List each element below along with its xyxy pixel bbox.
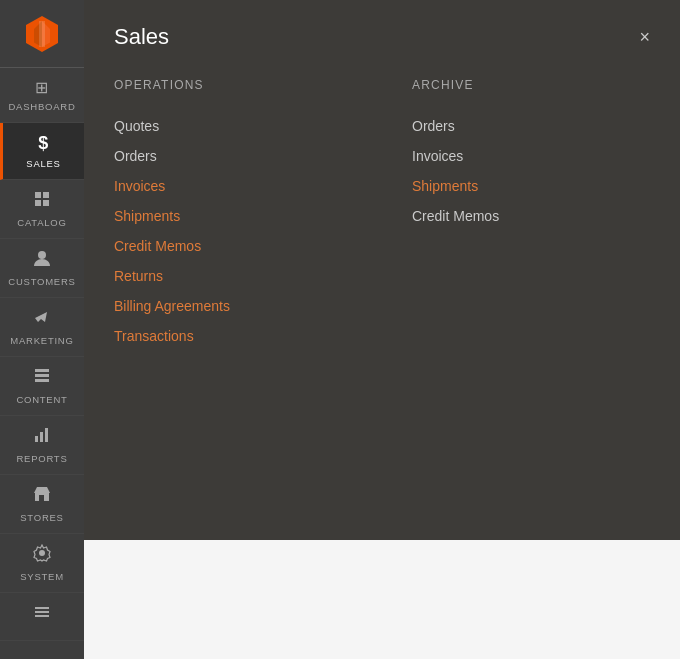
more-icon: [33, 603, 51, 626]
svg-point-17: [39, 550, 45, 556]
svg-rect-3: [39, 21, 45, 47]
sidebar-item-label: CONTENT: [16, 394, 67, 405]
operations-column: Operations Quotes Orders Invoices Shipme…: [114, 78, 352, 352]
sidebar-item-system[interactable]: SYSTEM: [0, 534, 84, 593]
reports-icon: [33, 426, 51, 449]
svg-rect-9: [35, 369, 49, 372]
sidebar-item-sales[interactable]: $ SALES: [0, 123, 84, 180]
modal-body: Operations Quotes Orders Invoices Shipme…: [114, 78, 650, 352]
sidebar-item-customers[interactable]: CUSTOMERS: [0, 239, 84, 298]
menu-item-arch-invoices[interactable]: Invoices: [412, 142, 650, 170]
main-content: b is runn Most Vi any record Sales × Ope…: [84, 0, 680, 659]
sidebar-item-label: SYSTEM: [20, 571, 64, 582]
sidebar-item-catalog[interactable]: CATALOG: [0, 180, 84, 239]
modal-title: Sales: [114, 24, 169, 50]
system-icon: [33, 544, 51, 567]
menu-item-arch-shipments[interactable]: Shipments: [412, 172, 650, 200]
sidebar-logo[interactable]: [0, 0, 84, 68]
customers-icon: [33, 249, 51, 272]
svg-rect-6: [35, 200, 41, 206]
sidebar-item-stores[interactable]: STORES: [0, 475, 84, 534]
menu-item-returns[interactable]: Returns: [114, 262, 352, 290]
sales-modal: Sales × Operations Quotes Orders Invoice…: [84, 0, 680, 540]
sales-icon: $: [38, 133, 49, 154]
modal-header: Sales ×: [114, 24, 650, 50]
menu-item-shipments[interactable]: Shipments: [114, 202, 352, 230]
menu-item-orders[interactable]: Orders: [114, 142, 352, 170]
sidebar-item-label: SALES: [26, 158, 60, 169]
svg-rect-14: [45, 428, 48, 442]
catalog-icon: [33, 190, 51, 213]
sidebar-item-label: CATALOG: [17, 217, 66, 228]
sidebar-item-reports[interactable]: REPORTS: [0, 416, 84, 475]
svg-rect-12: [35, 436, 38, 442]
svg-rect-5: [43, 192, 49, 198]
menu-item-credit-memos[interactable]: Credit Memos: [114, 232, 352, 260]
sidebar-item-dashboard[interactable]: ⊞ DASHBOARD: [0, 68, 84, 123]
magento-logo-icon: [22, 14, 62, 54]
menu-item-billing-agreements[interactable]: Billing Agreements: [114, 292, 352, 320]
menu-item-arch-orders[interactable]: Orders: [412, 112, 650, 140]
sidebar: ⊞ DASHBOARD $ SALES CATALOG CUSTOMERS: [0, 0, 84, 659]
sidebar-item-label: CUSTOMERS: [8, 276, 75, 287]
svg-point-8: [38, 251, 46, 259]
menu-item-transactions[interactable]: Transactions: [114, 322, 352, 350]
menu-item-arch-credit-memos[interactable]: Credit Memos: [412, 202, 650, 230]
modal-close-button[interactable]: ×: [639, 28, 650, 46]
sidebar-item-content[interactable]: CONTENT: [0, 357, 84, 416]
svg-rect-10: [35, 374, 49, 377]
sidebar-item-label: DASHBOARD: [8, 101, 75, 112]
operations-heading: Operations: [114, 78, 352, 92]
content-icon: [33, 367, 51, 390]
sidebar-item-more[interactable]: [0, 593, 84, 641]
svg-rect-20: [35, 615, 49, 617]
sidebar-item-label: STORES: [20, 512, 63, 523]
sidebar-item-marketing[interactable]: MARKETING: [0, 298, 84, 357]
stores-icon: [33, 485, 51, 508]
archive-column: Archive Orders Invoices Shipments Credit…: [412, 78, 650, 352]
sidebar-item-label: MARKETING: [10, 335, 73, 346]
svg-rect-16: [39, 495, 44, 501]
svg-rect-4: [35, 192, 41, 198]
svg-rect-11: [35, 379, 49, 382]
svg-rect-13: [40, 432, 43, 442]
marketing-icon: [33, 308, 51, 331]
menu-item-quotes[interactable]: Quotes: [114, 112, 352, 140]
dashboard-icon: ⊞: [35, 78, 49, 97]
svg-rect-7: [43, 200, 49, 206]
sidebar-item-label: REPORTS: [16, 453, 67, 464]
menu-item-invoices[interactable]: Invoices: [114, 172, 352, 200]
archive-heading: Archive: [412, 78, 650, 92]
svg-rect-19: [35, 611, 49, 613]
svg-rect-18: [35, 607, 49, 609]
